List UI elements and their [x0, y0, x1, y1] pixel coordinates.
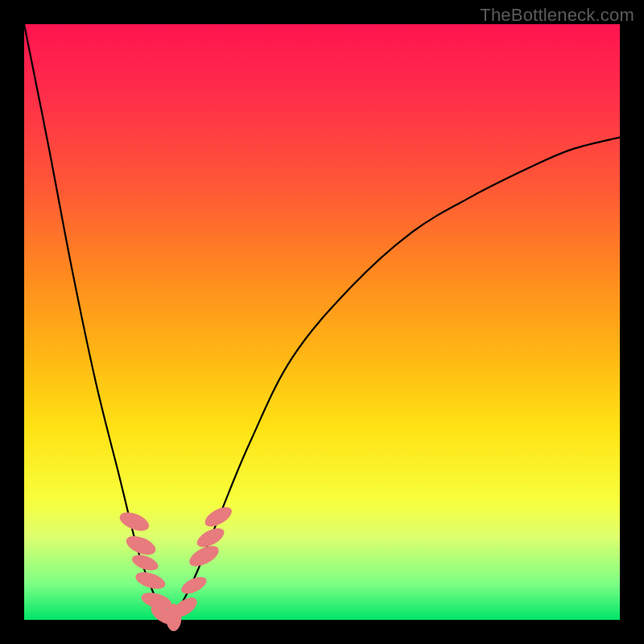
bead — [202, 503, 235, 530]
chart-svg — [24, 24, 620, 620]
watermark-text: TheBottleneck.com — [480, 5, 634, 26]
chart-frame: TheBottleneck.com — [0, 0, 644, 644]
bead — [134, 569, 167, 592]
plot-area — [24, 24, 620, 620]
bead-group — [117, 503, 234, 631]
bead — [117, 509, 151, 535]
curve-right-arm — [167, 138, 620, 620]
bead — [124, 532, 159, 558]
curve-left-arm — [24, 24, 167, 620]
